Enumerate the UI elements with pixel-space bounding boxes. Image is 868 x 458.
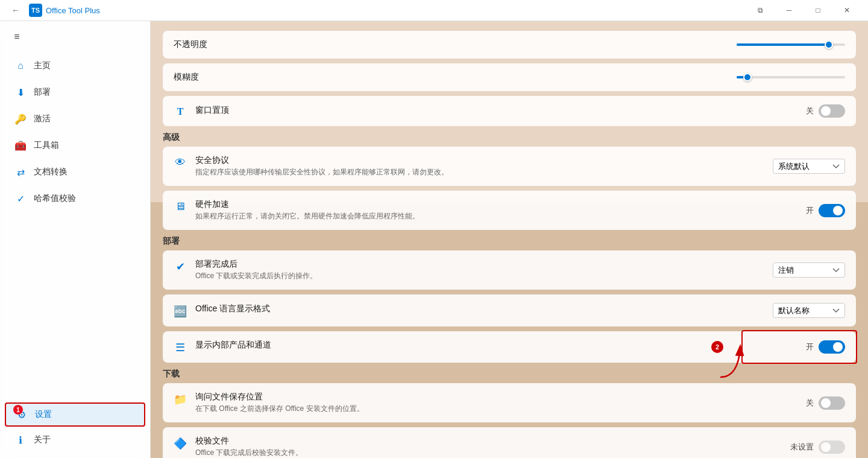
- office-lang-title: Office 语言显示格式: [195, 304, 270, 314]
- main-layout: ≡ ⌂ 主页 ⬇ 部署 🔑 激活 🧰 工具箱 ⇄ 文档转换 ✓ 哈希值校验 ⚙: [0, 21, 868, 458]
- transparency-card: 不透明度: [163, 31, 856, 59]
- back-button[interactable]: ←: [7, 2, 24, 19]
- hardware-right: 开: [806, 204, 845, 217]
- window-ontop-icon: T: [174, 106, 187, 117]
- show-internal-right: 开: [806, 340, 845, 354]
- sidebar-label-deploy: 部署: [34, 87, 51, 98]
- sidebar-label-toolbox: 工具箱: [34, 140, 59, 151]
- sidebar-label-home: 主页: [34, 60, 51, 71]
- office-lang-left: 🔤 Office 语言显示格式: [174, 304, 773, 318]
- after-deploy-title: 部署完成后: [195, 259, 317, 270]
- security-desc: 指定程序应该使用哪种传输层安全性协议，如果程序能够正常联网，请勿更改。: [195, 167, 448, 177]
- window-ontop-toggle[interactable]: [819, 104, 845, 118]
- hash-icon: ✓: [14, 193, 27, 205]
- transparency-thumb[interactable]: [825, 40, 833, 49]
- security-protocol-card: 👁 安全协议 指定程序应该使用哪种传输层安全性协议，如果程序能够正常联网，请勿更…: [163, 147, 856, 186]
- folder-icon: 📁: [174, 393, 187, 406]
- sidebar-item-home[interactable]: ⌂ 主页: [5, 54, 145, 78]
- app-logo: TS: [29, 4, 42, 17]
- show-internal-text: 显示内部产品和通道: [195, 340, 271, 351]
- hardware-title: 硬件加速: [195, 199, 420, 210]
- after-deploy-left: ✔ 部署完成后 Office 下载或安装完成后执行的操作。: [174, 259, 773, 281]
- settings-content: 不透明度 模糊度: [151, 21, 868, 458]
- after-deploy-select[interactable]: 注销: [773, 262, 845, 278]
- step-badge-2: 2: [711, 341, 723, 353]
- back-icon: ←: [11, 5, 20, 15]
- office-lang-select[interactable]: 默认名称: [773, 303, 845, 318]
- security-text: 安全协议 指定程序应该使用哪种传输层安全性协议，如果程序能够正常联网，请勿更改。: [195, 155, 448, 177]
- blur-thumb[interactable]: [743, 73, 752, 81]
- sidebar-label-convert: 文档转换: [34, 167, 68, 177]
- security-select[interactable]: 系统默认: [773, 159, 845, 174]
- transparency-left: 不透明度: [174, 39, 737, 50]
- sidebar-label-activate: 激活: [34, 113, 51, 124]
- verify-desc: Office 下载完成后校验安装文件。: [195, 448, 303, 458]
- window-ontop-right: 关: [806, 104, 845, 118]
- ask-save-right: 关: [806, 396, 845, 410]
- sidebar-label-settings: 设置: [35, 409, 52, 420]
- sidebar-item-toolbox[interactable]: 🧰 工具箱: [5, 133, 145, 157]
- minimize-button[interactable]: ─: [775, 0, 803, 21]
- window-ontop-left: T 窗口置顶: [174, 105, 806, 117]
- sidebar-label-about: 关于: [34, 434, 51, 445]
- transparency-slider-container[interactable]: [737, 43, 845, 46]
- ask-save-desc: 在下载 Office 之前选择保存 Office 安装文件的位置。: [195, 404, 364, 414]
- sidebar-item-hash[interactable]: ✓ 哈希值校验: [5, 186, 145, 211]
- list-icon: ☰: [174, 341, 187, 354]
- window-controls: ⧉ ─ □ ✕: [746, 0, 861, 21]
- office-lang-card: 🔤 Office 语言显示格式 默认名称: [163, 294, 856, 326]
- after-deploy-right: 注销: [773, 262, 845, 278]
- hardware-icon: 🖥: [174, 200, 187, 213]
- show-internal-knob: [833, 342, 843, 352]
- security-left: 👁 安全协议 指定程序应该使用哪种传输层安全性协议，如果程序能够正常联网，请勿更…: [174, 155, 773, 177]
- hardware-desc: 如果程序运行正常，请勿关闭它。禁用硬件加速会降低应用程序性能。: [195, 211, 420, 221]
- verify-title: 校验文件: [195, 436, 303, 447]
- settings-badge: 1: [13, 405, 23, 415]
- transparency-title: 不透明度: [174, 39, 207, 50]
- window-ontop-toggle-label: 关: [806, 106, 814, 116]
- transparency-fill: [737, 43, 829, 46]
- hardware-toggle-label: 开: [806, 205, 814, 216]
- transparency-track[interactable]: [737, 43, 845, 46]
- ask-save-text: 询问文件保存位置 在下载 Office 之前选择保存 Office 安装文件的位…: [195, 392, 364, 414]
- hardware-text: 硬件加速 如果程序运行正常，请勿关闭它。禁用硬件加速会降低应用程序性能。: [195, 199, 420, 221]
- sidebar-item-convert[interactable]: ⇄ 文档转换: [5, 160, 145, 184]
- close-button[interactable]: ✕: [833, 0, 861, 21]
- hardware-toggle[interactable]: [819, 204, 845, 217]
- convert-icon: ⇄: [14, 167, 27, 178]
- verify-toggle[interactable]: [819, 441, 845, 454]
- sidebar-item-deploy[interactable]: ⬇ 部署: [5, 80, 145, 104]
- verify-right: 未设置: [790, 441, 845, 454]
- blur-title: 模糊度: [174, 72, 199, 83]
- show-internal-title: 显示内部产品和通道: [195, 340, 271, 351]
- deploy-header: 部署: [163, 236, 856, 247]
- office-lang-right: 默认名称: [773, 303, 845, 318]
- menu-button[interactable]: ≡: [5, 26, 29, 48]
- deploy-icon: ⬇: [14, 87, 27, 98]
- sidebar-item-settings[interactable]: ⚙ 设置 1: [5, 402, 145, 427]
- sidebar-item-about[interactable]: ℹ 关于: [5, 428, 145, 452]
- blur-right: [737, 76, 845, 78]
- restore-button[interactable]: ⧉: [746, 0, 774, 21]
- advanced-header: 高级: [163, 132, 856, 143]
- verify-file-card: 🔷 校验文件 Office 下载完成后校验安装文件。 未设置: [163, 427, 856, 458]
- show-internal-toggle[interactable]: [819, 340, 845, 354]
- security-icon: 👁: [174, 156, 187, 169]
- security-right: 系统默认: [773, 159, 845, 174]
- menu-icon: ≡: [14, 31, 19, 42]
- blur-track[interactable]: [737, 76, 845, 78]
- blur-slider-container[interactable]: [737, 76, 845, 78]
- activate-icon: 🔑: [14, 113, 27, 125]
- after-deploy-desc: Office 下载或安装完成后执行的操作。: [195, 271, 317, 281]
- ask-save-toggle[interactable]: [819, 396, 845, 410]
- maximize-button[interactable]: □: [804, 0, 832, 21]
- window-ontop-title: 窗口置顶: [195, 105, 229, 116]
- download-header: 下载: [163, 369, 856, 380]
- content-area[interactable]: 不透明度 模糊度: [151, 21, 868, 458]
- verify-text: 校验文件 Office 下载完成后校验安装文件。: [195, 436, 303, 458]
- about-icon: ℹ: [14, 434, 27, 446]
- ask-save-toggle-label: 关: [806, 398, 814, 409]
- window-ontop-text: 窗口置顶: [195, 105, 229, 116]
- sidebar-item-activate[interactable]: 🔑 激活: [5, 107, 145, 131]
- hardware-accel-card: 🖥 硬件加速 如果程序运行正常，请勿关闭它。禁用硬件加速会降低应用程序性能。 开: [163, 191, 856, 230]
